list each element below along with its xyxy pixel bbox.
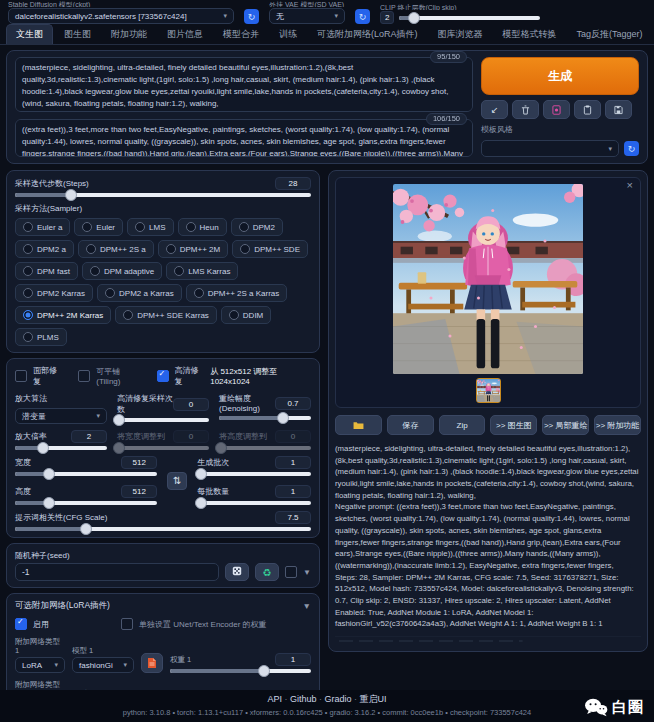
generate-button[interactable]: 生成	[481, 57, 639, 95]
upscale-by-slider[interactable]	[15, 446, 107, 450]
tab-additional-networks[interactable]: 可选附加网络(LoRA插件)	[308, 25, 427, 44]
paste-params-button[interactable]: ↙	[481, 100, 508, 119]
tab-train[interactable]: 训练	[270, 25, 306, 44]
hires-fix-checkbox[interactable]	[157, 370, 169, 382]
sampler-dpm-adaptive[interactable]: DPM adaptive	[82, 262, 162, 280]
random-seed-button[interactable]	[225, 563, 249, 581]
sampler-dpm2[interactable]: DPM2	[231, 218, 283, 236]
height-slider[interactable]	[15, 501, 157, 505]
tab-tagger[interactable]: Tag反推(Tagger)	[568, 25, 652, 44]
tab-image-browser[interactable]: 图库浏览器	[429, 25, 492, 44]
extra-seed-checkbox[interactable]	[285, 566, 297, 578]
refresh-vae-button[interactable]: ↻	[355, 9, 370, 24]
clip-skip-slider[interactable]	[399, 16, 540, 20]
tab-txt2img[interactable]: 文生图	[6, 24, 53, 44]
gallery-thumbnail[interactable]	[476, 378, 501, 403]
sampler-dpm2-karras[interactable]: DPM2 Karras	[15, 284, 93, 302]
sampler-dpmpp-sde[interactable]: DPM++ SDE	[232, 240, 308, 258]
batch-count-value[interactable]: 1	[275, 456, 311, 469]
sampler-dpmpp-2s-a-karras[interactable]: DPM++ 2S a Karras	[186, 284, 288, 302]
refresh-styles-button[interactable]: ↻	[624, 141, 639, 156]
sampler-dpmpp-2m-karras[interactable]: DPM++ 2M Karras	[15, 306, 111, 324]
clear-prompt-button[interactable]	[512, 100, 539, 119]
generated-image[interactable]	[393, 184, 583, 374]
reuse-seed-button[interactable]: ♻	[255, 563, 279, 581]
close-icon[interactable]: ×	[627, 180, 633, 191]
lora-model-info-button[interactable]	[141, 653, 163, 673]
checkpoint-select[interactable]: dalceforealistickallyv2.safetensors [733…	[8, 8, 234, 24]
batch-size-slider[interactable]	[197, 501, 311, 505]
hires-steps-value[interactable]: 0	[173, 398, 209, 411]
send-to-img2img-button[interactable]: >> 图生图	[490, 415, 537, 435]
resize-width-value[interactable]: 0	[173, 430, 209, 443]
lora-type-select[interactable]: LoRA▾	[15, 657, 65, 673]
sampler-dpmpp-sde-karras[interactable]: DPM++ SDE Karras	[115, 306, 217, 324]
resize-width-slider[interactable]	[117, 446, 209, 450]
additional-networks-header[interactable]: 可选附加网络(LoRA插件)	[15, 600, 110, 612]
sampler-lms-karras[interactable]: LMS Karras	[166, 262, 238, 280]
tab-extras[interactable]: 附加功能	[102, 25, 156, 44]
upscale-by-value[interactable]: 2	[71, 430, 107, 443]
steps-value[interactable]: 28	[275, 177, 311, 190]
lora-weight-slider[interactable]	[170, 669, 311, 673]
cfg-scale-slider[interactable]	[15, 527, 311, 531]
sampler-euler-a[interactable]: Euler a	[15, 218, 70, 236]
sampler-plms[interactable]: PLMS	[15, 328, 67, 346]
tab-pnginfo[interactable]: 图片信息	[158, 25, 212, 44]
tab-model-converter[interactable]: 模型格式转换	[494, 25, 566, 44]
steps-slider[interactable]	[15, 193, 311, 197]
height-value[interactable]: 512	[121, 485, 157, 498]
zip-button[interactable]: Zip	[439, 415, 486, 435]
collapse-icon[interactable]: ▼	[303, 601, 311, 611]
sampler-dpm2-a[interactable]: DPM2 a	[15, 240, 74, 258]
denoising-slider[interactable]	[219, 416, 311, 420]
tab-img2img[interactable]: 图生图	[55, 25, 100, 44]
sampler-heun[interactable]: Heun	[178, 218, 227, 236]
width-value[interactable]: 512	[121, 456, 157, 469]
lora-model-select[interactable]: fashionGi▾	[72, 657, 134, 673]
cfg-scale-value[interactable]: 7.5	[275, 511, 311, 524]
batch-count-slider[interactable]	[197, 472, 311, 476]
resize-height-slider[interactable]	[219, 446, 311, 450]
swap-dimensions-button[interactable]: ⇅	[167, 472, 187, 490]
extra-networks-button[interactable]	[543, 100, 570, 119]
lora-enable-checkbox[interactable]	[15, 618, 27, 630]
refresh-checkpoints-button[interactable]: ↻	[244, 9, 259, 24]
styles-select[interactable]: ▾	[481, 140, 619, 157]
denoising-value[interactable]: 0.7	[275, 397, 311, 410]
sampler-dpmpp-2m[interactable]: DPM++ 2M	[158, 240, 228, 258]
save-button[interactable]: 保存	[387, 415, 434, 435]
restore-faces-checkbox[interactable]	[15, 370, 27, 382]
tiling-checkbox[interactable]	[78, 370, 90, 382]
negative-prompt-input[interactable]: ((extra feet)),3 feet,more than two feet…	[15, 119, 473, 157]
sampler-dpm-fast[interactable]: DPM fast	[15, 262, 78, 280]
send-to-inpaint-button[interactable]: >> 局部重绘	[542, 415, 589, 435]
gradio-link[interactable]: Gradio	[325, 694, 360, 704]
sampler-dpm2-a-karras[interactable]: DPM2 a Karras	[97, 284, 182, 302]
sampler-euler[interactable]: Euler	[74, 218, 123, 236]
apply-style-button[interactable]	[574, 100, 601, 119]
extra-seed-toggle-icon[interactable]: ▼	[303, 568, 311, 577]
open-folder-button[interactable]	[335, 415, 382, 435]
sampler-ddim[interactable]: DDIM	[221, 306, 271, 324]
lora-weight-value[interactable]: 1	[275, 653, 311, 666]
api-link[interactable]: API	[267, 694, 290, 704]
sampler-dpmpp-2s-a[interactable]: DPM++ 2S a	[78, 240, 154, 258]
save-style-button[interactable]	[605, 100, 632, 119]
github-link[interactable]: Github	[290, 694, 325, 704]
seed-input[interactable]: -1	[15, 563, 219, 581]
clip-skip-value[interactable]: 2	[380, 11, 394, 24]
upscaler-select[interactable]: 潜变量 ▾	[15, 408, 107, 424]
lora-separate-weights-checkbox[interactable]	[121, 618, 133, 630]
sampler-lms[interactable]: LMS	[127, 218, 173, 236]
reload-ui-link[interactable]: 重启UI	[360, 694, 387, 704]
output-gallery[interactable]: ×	[335, 177, 641, 408]
send-to-extras-button[interactable]: >> 附加功能	[594, 415, 641, 435]
batch-size-value[interactable]: 1	[275, 485, 311, 498]
positive-prompt-input[interactable]: (masterpiece, sidelighting, ultra-detail…	[15, 57, 473, 112]
resize-height-value[interactable]: 0	[275, 430, 311, 443]
width-slider[interactable]	[15, 472, 157, 476]
vae-select[interactable]: 无 ▾	[269, 8, 345, 24]
tab-checkpoint-merger[interactable]: 模型合并	[214, 25, 268, 44]
hires-steps-slider[interactable]	[117, 418, 209, 422]
